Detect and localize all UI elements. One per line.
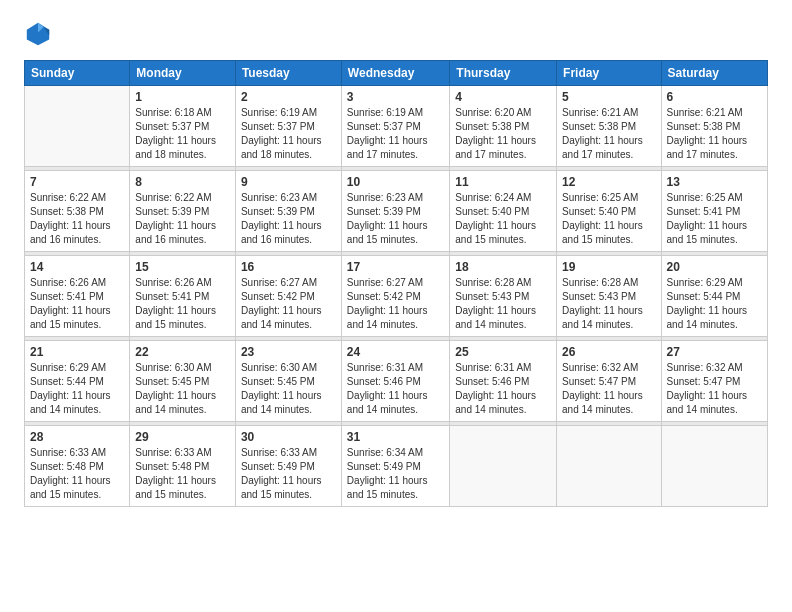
calendar-cell: 8Sunrise: 6:22 AM Sunset: 5:39 PM Daylig…	[130, 171, 236, 252]
header-day-wednesday: Wednesday	[341, 61, 449, 86]
day-number: 18	[455, 260, 551, 274]
day-number: 25	[455, 345, 551, 359]
day-info: Sunrise: 6:33 AM Sunset: 5:48 PM Dayligh…	[135, 446, 230, 502]
calendar-cell: 14Sunrise: 6:26 AM Sunset: 5:41 PM Dayli…	[25, 256, 130, 337]
day-number: 27	[667, 345, 762, 359]
day-number: 31	[347, 430, 444, 444]
logo	[24, 20, 56, 48]
calendar-cell: 1Sunrise: 6:18 AM Sunset: 5:37 PM Daylig…	[130, 86, 236, 167]
day-number: 8	[135, 175, 230, 189]
calendar-cell: 23Sunrise: 6:30 AM Sunset: 5:45 PM Dayli…	[235, 341, 341, 422]
day-info: Sunrise: 6:26 AM Sunset: 5:41 PM Dayligh…	[30, 276, 124, 332]
day-number: 26	[562, 345, 655, 359]
calendar-cell: 10Sunrise: 6:23 AM Sunset: 5:39 PM Dayli…	[341, 171, 449, 252]
day-number: 12	[562, 175, 655, 189]
day-number: 15	[135, 260, 230, 274]
calendar-cell: 6Sunrise: 6:21 AM Sunset: 5:38 PM Daylig…	[661, 86, 767, 167]
day-info: Sunrise: 6:31 AM Sunset: 5:46 PM Dayligh…	[347, 361, 444, 417]
calendar-cell: 29Sunrise: 6:33 AM Sunset: 5:48 PM Dayli…	[130, 426, 236, 507]
calendar-cell: 5Sunrise: 6:21 AM Sunset: 5:38 PM Daylig…	[557, 86, 661, 167]
day-number: 4	[455, 90, 551, 104]
calendar-week-row: 14Sunrise: 6:26 AM Sunset: 5:41 PM Dayli…	[25, 256, 768, 337]
day-info: Sunrise: 6:28 AM Sunset: 5:43 PM Dayligh…	[562, 276, 655, 332]
calendar-cell: 20Sunrise: 6:29 AM Sunset: 5:44 PM Dayli…	[661, 256, 767, 337]
calendar-cell: 25Sunrise: 6:31 AM Sunset: 5:46 PM Dayli…	[450, 341, 557, 422]
day-number: 23	[241, 345, 336, 359]
day-info: Sunrise: 6:33 AM Sunset: 5:49 PM Dayligh…	[241, 446, 336, 502]
header-day-tuesday: Tuesday	[235, 61, 341, 86]
header-day-monday: Monday	[130, 61, 236, 86]
day-number: 11	[455, 175, 551, 189]
calendar-cell: 19Sunrise: 6:28 AM Sunset: 5:43 PM Dayli…	[557, 256, 661, 337]
calendar-cell: 4Sunrise: 6:20 AM Sunset: 5:38 PM Daylig…	[450, 86, 557, 167]
day-number: 1	[135, 90, 230, 104]
day-number: 9	[241, 175, 336, 189]
calendar-header-row: SundayMondayTuesdayWednesdayThursdayFrid…	[25, 61, 768, 86]
calendar-cell: 7Sunrise: 6:22 AM Sunset: 5:38 PM Daylig…	[25, 171, 130, 252]
calendar-cell: 17Sunrise: 6:27 AM Sunset: 5:42 PM Dayli…	[341, 256, 449, 337]
day-info: Sunrise: 6:19 AM Sunset: 5:37 PM Dayligh…	[347, 106, 444, 162]
day-info: Sunrise: 6:23 AM Sunset: 5:39 PM Dayligh…	[347, 191, 444, 247]
day-number: 20	[667, 260, 762, 274]
day-number: 10	[347, 175, 444, 189]
day-info: Sunrise: 6:32 AM Sunset: 5:47 PM Dayligh…	[562, 361, 655, 417]
day-info: Sunrise: 6:32 AM Sunset: 5:47 PM Dayligh…	[667, 361, 762, 417]
day-number: 13	[667, 175, 762, 189]
day-number: 7	[30, 175, 124, 189]
calendar-cell: 30Sunrise: 6:33 AM Sunset: 5:49 PM Dayli…	[235, 426, 341, 507]
calendar-cell: 11Sunrise: 6:24 AM Sunset: 5:40 PM Dayli…	[450, 171, 557, 252]
calendar-cell: 16Sunrise: 6:27 AM Sunset: 5:42 PM Dayli…	[235, 256, 341, 337]
calendar-cell	[661, 426, 767, 507]
calendar-cell: 15Sunrise: 6:26 AM Sunset: 5:41 PM Dayli…	[130, 256, 236, 337]
calendar-week-row: 21Sunrise: 6:29 AM Sunset: 5:44 PM Dayli…	[25, 341, 768, 422]
day-number: 29	[135, 430, 230, 444]
day-info: Sunrise: 6:25 AM Sunset: 5:40 PM Dayligh…	[562, 191, 655, 247]
day-info: Sunrise: 6:19 AM Sunset: 5:37 PM Dayligh…	[241, 106, 336, 162]
header	[24, 20, 768, 48]
calendar-cell	[557, 426, 661, 507]
calendar-cell: 21Sunrise: 6:29 AM Sunset: 5:44 PM Dayli…	[25, 341, 130, 422]
day-number: 3	[347, 90, 444, 104]
calendar-cell: 3Sunrise: 6:19 AM Sunset: 5:37 PM Daylig…	[341, 86, 449, 167]
calendar-week-row: 28Sunrise: 6:33 AM Sunset: 5:48 PM Dayli…	[25, 426, 768, 507]
calendar-cell: 13Sunrise: 6:25 AM Sunset: 5:41 PM Dayli…	[661, 171, 767, 252]
day-number: 14	[30, 260, 124, 274]
calendar-cell: 24Sunrise: 6:31 AM Sunset: 5:46 PM Dayli…	[341, 341, 449, 422]
calendar-cell: 28Sunrise: 6:33 AM Sunset: 5:48 PM Dayli…	[25, 426, 130, 507]
day-number: 19	[562, 260, 655, 274]
calendar-cell: 22Sunrise: 6:30 AM Sunset: 5:45 PM Dayli…	[130, 341, 236, 422]
day-info: Sunrise: 6:22 AM Sunset: 5:38 PM Dayligh…	[30, 191, 124, 247]
day-number: 21	[30, 345, 124, 359]
day-number: 30	[241, 430, 336, 444]
day-info: Sunrise: 6:26 AM Sunset: 5:41 PM Dayligh…	[135, 276, 230, 332]
day-info: Sunrise: 6:20 AM Sunset: 5:38 PM Dayligh…	[455, 106, 551, 162]
day-info: Sunrise: 6:25 AM Sunset: 5:41 PM Dayligh…	[667, 191, 762, 247]
logo-icon	[24, 20, 52, 48]
day-info: Sunrise: 6:21 AM Sunset: 5:38 PM Dayligh…	[667, 106, 762, 162]
calendar-cell	[25, 86, 130, 167]
day-info: Sunrise: 6:34 AM Sunset: 5:49 PM Dayligh…	[347, 446, 444, 502]
day-info: Sunrise: 6:30 AM Sunset: 5:45 PM Dayligh…	[241, 361, 336, 417]
header-day-friday: Friday	[557, 61, 661, 86]
header-day-sunday: Sunday	[25, 61, 130, 86]
day-info: Sunrise: 6:33 AM Sunset: 5:48 PM Dayligh…	[30, 446, 124, 502]
header-day-thursday: Thursday	[450, 61, 557, 86]
day-info: Sunrise: 6:29 AM Sunset: 5:44 PM Dayligh…	[667, 276, 762, 332]
day-number: 16	[241, 260, 336, 274]
day-number: 17	[347, 260, 444, 274]
header-day-saturday: Saturday	[661, 61, 767, 86]
calendar-cell: 12Sunrise: 6:25 AM Sunset: 5:40 PM Dayli…	[557, 171, 661, 252]
day-info: Sunrise: 6:21 AM Sunset: 5:38 PM Dayligh…	[562, 106, 655, 162]
calendar-cell: 26Sunrise: 6:32 AM Sunset: 5:47 PM Dayli…	[557, 341, 661, 422]
calendar-cell: 27Sunrise: 6:32 AM Sunset: 5:47 PM Dayli…	[661, 341, 767, 422]
day-info: Sunrise: 6:27 AM Sunset: 5:42 PM Dayligh…	[347, 276, 444, 332]
day-number: 5	[562, 90, 655, 104]
calendar-cell	[450, 426, 557, 507]
calendar-table: SundayMondayTuesdayWednesdayThursdayFrid…	[24, 60, 768, 507]
day-number: 2	[241, 90, 336, 104]
day-info: Sunrise: 6:18 AM Sunset: 5:37 PM Dayligh…	[135, 106, 230, 162]
calendar-week-row: 7Sunrise: 6:22 AM Sunset: 5:38 PM Daylig…	[25, 171, 768, 252]
day-number: 28	[30, 430, 124, 444]
calendar-cell: 9Sunrise: 6:23 AM Sunset: 5:39 PM Daylig…	[235, 171, 341, 252]
day-info: Sunrise: 6:29 AM Sunset: 5:44 PM Dayligh…	[30, 361, 124, 417]
